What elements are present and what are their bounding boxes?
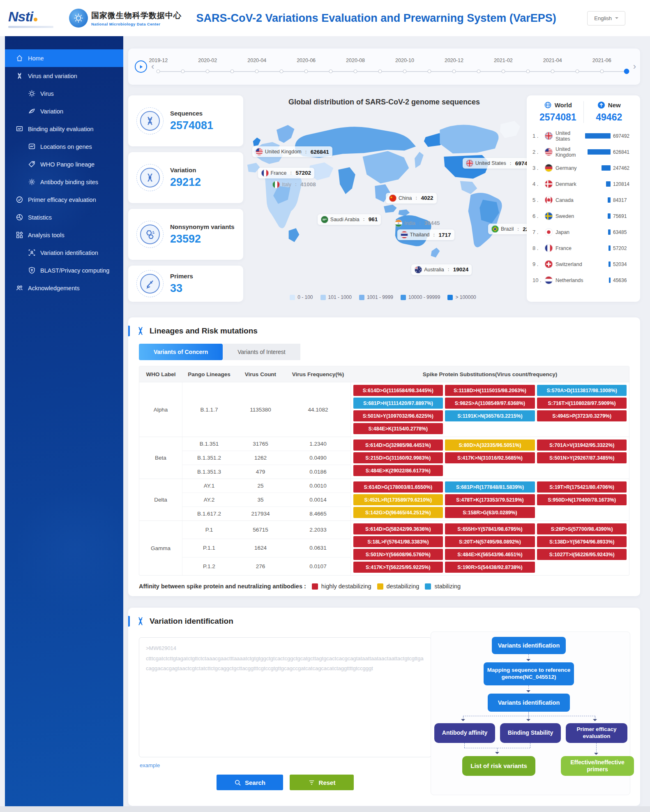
substitution-chip[interactable]: S:716T>I(1108028/97.5909%): [537, 398, 627, 409]
timeline-dot[interactable]: [280, 69, 284, 73]
substitution-chip[interactable]: S:158R>G(63/0.0289%): [445, 507, 535, 518]
map-label-china[interactable]: China：4022: [386, 193, 437, 204]
timeline-dot[interactable]: [157, 69, 160, 73]
timeline-active-dot[interactable]: [624, 69, 629, 74]
ranking-row-united-kingdom[interactable]: 2 .United Kingdom626841: [532, 144, 634, 160]
timeline-next-icon[interactable]: ›: [629, 61, 640, 72]
timeline-dot[interactable]: [304, 69, 308, 73]
map-label-australia[interactable]: Australia：19024: [411, 264, 472, 275]
substitution-chip[interactable]: S:478T>K(173353/79.5219%): [445, 494, 535, 505]
substitution-chip[interactable]: S:142G>D(96465/44.2512%): [353, 507, 443, 518]
substitution-chip[interactable]: S:417K>T(56225/95.9225%): [353, 562, 443, 573]
reset-button[interactable]: Reset: [290, 775, 354, 790]
lineage-row-p-1[interactable]: P.1567152.2033: [182, 521, 350, 539]
map-label-united-states[interactable]: United States：697492: [463, 158, 537, 169]
sidebar-item-variation-identification[interactable]: Variation identification: [5, 244, 123, 261]
timeline-play-button[interactable]: [135, 60, 147, 73]
substitution-chip[interactable]: S:80D>A(32335/96.5051%): [445, 440, 535, 451]
sidebar-item-virus[interactable]: Virus: [5, 85, 123, 102]
substitution-chip[interactable]: S:484E>K(29022/86.6173%): [353, 465, 443, 476]
substitution-chip[interactable]: S:614D>G(32985/98.4451%): [353, 440, 443, 451]
lineage-row-b-1-1-7[interactable]: B.1.1.7113538044.1082: [182, 382, 350, 437]
sidebar-item-variation[interactable]: Variation: [5, 102, 123, 120]
ranking-row-sweden[interactable]: 6 .Sweden75691: [532, 208, 634, 224]
lineage-row-b-1-617-2[interactable]: B.1.617.22179348.4665: [182, 507, 350, 521]
ranking-row-netherlands[interactable]: 10 .Netherlands45636: [532, 272, 634, 288]
ranking-row-france[interactable]: 8 .France57202: [532, 240, 634, 256]
substitution-chip[interactable]: S:681P>H(1111420/97.8897%): [353, 398, 443, 409]
map-label-saudi-arabia[interactable]: Saudi Arabia：961: [318, 214, 381, 225]
substitution-chip[interactable]: S:614D>G(178003/81.6550%): [353, 481, 443, 493]
substitution-chip[interactable]: S:681P>R(177848/81.5839%): [445, 481, 535, 493]
tab-variants-of-interest[interactable]: Variants of Interest: [223, 344, 300, 360]
sidebar-item-locations-on-genes[interactable]: Locations on genes: [5, 138, 123, 155]
timeline-dot[interactable]: [501, 69, 505, 73]
sidebar-item-antibody-binding-sites[interactable]: Antibody binding sites: [5, 173, 123, 191]
ranking-row-germany[interactable]: 3 .Germany247462: [532, 160, 634, 176]
substitution-chip[interactable]: S:484E>K(3154/0.2778%): [353, 423, 443, 434]
lineage-row-p-1-2[interactable]: P.1.22760.0107: [182, 557, 350, 575]
ranking-row-denmark[interactable]: 4 .Denmark120814: [532, 176, 634, 192]
substitution-chip[interactable]: S:982S>A(1108549/97.6368%): [445, 398, 535, 409]
substitution-chip[interactable]: S:614D>G(1116584/98.3445%): [353, 385, 443, 396]
substitution-chip[interactable]: S:417K>N(31016/92.5685%): [445, 452, 535, 463]
sidebar-item-statistics[interactable]: Statistics: [5, 208, 123, 226]
timeline-dot[interactable]: [378, 69, 382, 73]
ranking-row-switzerland[interactable]: 9 .Switzerland52034: [532, 256, 634, 272]
substitution-chip[interactable]: S:484E>K(56543/96.4651%): [445, 549, 535, 560]
sidebar-item-virus-and-variation[interactable]: Virus and variation: [5, 67, 123, 85]
language-selector[interactable]: English: [587, 11, 625, 25]
timeline-track[interactable]: 2019-122020-022020-042020-062020-082020-…: [158, 54, 626, 79]
substitution-chip[interactable]: S:655H>Y(57841/98.6795%): [445, 523, 535, 534]
timeline-dot[interactable]: [477, 69, 480, 73]
timeline-dot[interactable]: [551, 69, 554, 73]
substitution-chip[interactable]: S:494S>P(3723/0.3279%): [537, 410, 627, 421]
timeline-dot[interactable]: [600, 69, 604, 73]
substitution-chip[interactable]: S:19T>R(175421/80.4706%): [537, 481, 627, 493]
substitution-chip[interactable]: S:501N>Y(29267/87.3485%): [537, 452, 627, 463]
timeline-dot[interactable]: [452, 69, 456, 73]
sidebar-item-binding-ability-evaluation[interactable]: Binding ability evaluation: [5, 120, 123, 138]
ranking-row-canada[interactable]: 5 .Canada84317: [532, 192, 634, 208]
ranking-row-united-states[interactable]: 1 .United States697492: [532, 128, 634, 144]
substitution-chip[interactable]: S:20T>N(57495/98.0892%): [445, 536, 535, 547]
lineage-row-p-1-1[interactable]: P.1.116240.0631: [182, 539, 350, 557]
substitution-chip[interactable]: S:26P>S(57700/98.4390%): [537, 523, 627, 534]
substitution-chip[interactable]: S:138D>Y(56794/96.8933%): [537, 536, 627, 547]
search-button[interactable]: Search: [217, 775, 283, 790]
timeline-dot[interactable]: [526, 69, 530, 73]
substitution-chip[interactable]: S:701A>V(31942/95.3322%): [537, 440, 627, 451]
sidebar-item-analysis-tools[interactable]: Analysis tools: [5, 226, 123, 244]
substitution-chip[interactable]: S:18L>F(57641/98.3383%): [353, 536, 443, 547]
timeline-dot[interactable]: [427, 69, 431, 73]
tab-variants-of-concern[interactable]: Variants of Concern: [139, 344, 223, 360]
lineage-row-b-1-351-3[interactable]: B.1.351.34790.0186: [182, 465, 350, 479]
substitution-chip[interactable]: S:1118D>H(1115015/98.2063%): [445, 385, 535, 396]
substitution-chip[interactable]: S:570A>D(1113817/98.1008%): [537, 385, 627, 396]
lineage-row-b-1-351-2[interactable]: B.1.351.212620.0490: [182, 451, 350, 465]
substitution-chip[interactable]: S:501N>Y(1097032/96.6225%): [353, 410, 443, 421]
example-link[interactable]: example: [140, 762, 160, 768]
lineage-row-ay-1[interactable]: AY.1250.0010: [182, 479, 350, 493]
sidebar-item-home[interactable]: Home: [5, 49, 123, 67]
substitution-chip[interactable]: S:452L>R(173589/79.6210%): [353, 494, 443, 505]
timeline-dot[interactable]: [403, 69, 406, 73]
timeline-dot[interactable]: [354, 69, 357, 73]
map-label-thailand[interactable]: Thailand：1717: [397, 229, 454, 240]
map-label-india[interactable]: India：39445: [392, 218, 443, 229]
sidebar-item-blast-privacy-computing[interactable]: BLAST/Privacy computing: [5, 261, 123, 279]
lineage-row-b-1-351[interactable]: B.1.351317651.2340: [182, 437, 350, 451]
sidebar-item-acknowledgements[interactable]: Acknowledgements: [5, 279, 123, 297]
timeline-dot[interactable]: [230, 69, 234, 73]
timeline-dot[interactable]: [255, 69, 259, 73]
timeline-dot[interactable]: [206, 69, 210, 73]
sidebar-item-primer-efficacy-evaluation[interactable]: Primer efficacy evaluation: [5, 191, 123, 208]
sidebar-item-who-pango-lineage[interactable]: WHO Pango lineage: [5, 155, 123, 173]
map-label-italy[interactable]: Italy：41008: [269, 179, 319, 190]
map-label-france[interactable]: France：57202: [258, 168, 314, 178]
lineage-row-ay-2[interactable]: AY.2350.0014: [182, 493, 350, 507]
substitution-chip[interactable]: S:950D>N(170400/78.1673%): [537, 494, 627, 505]
substitution-chip[interactable]: S:215D>G(31160/92.9983%): [353, 452, 443, 463]
sequence-input[interactable]: [139, 637, 431, 757]
timeline-dot[interactable]: [575, 69, 579, 73]
